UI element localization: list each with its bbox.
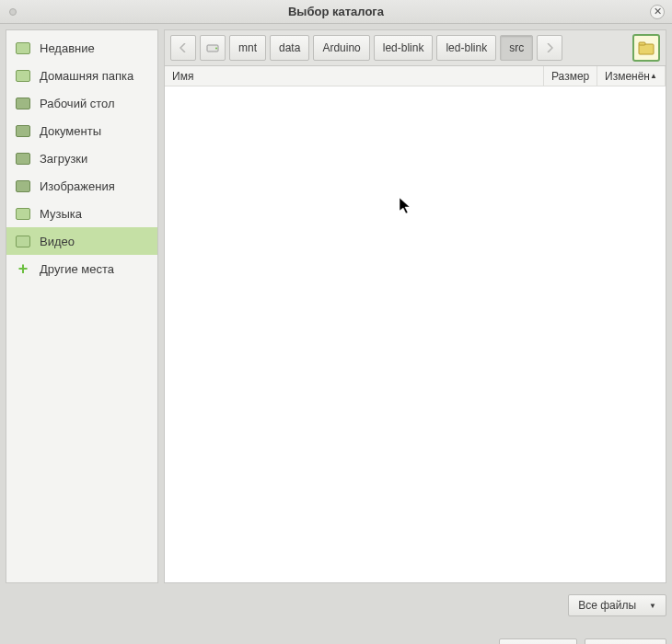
drive-root-button[interactable] (200, 35, 226, 61)
sidebar-item-label: Рабочий стол (40, 97, 115, 110)
sidebar-item-label: Видео (40, 235, 75, 248)
sidebar-item-home[interactable]: Домашняя папка (6, 62, 157, 89)
places-sidebar: Недавние Домашняя папка Рабочий стол Док… (6, 29, 158, 583)
file-type-filter[interactable]: Все файлы ▼ (568, 594, 666, 616)
file-list: Имя Размер Изменён ▲ (164, 66, 666, 583)
sidebar-item-pictures[interactable]: Изображения (6, 172, 157, 200)
column-label: Имя (172, 70, 193, 83)
folder-icon (16, 208, 30, 220)
chevron-left-icon (180, 43, 187, 52)
column-header-name[interactable]: Имя (165, 66, 544, 86)
desktop-icon (16, 98, 30, 109)
svg-rect-2 (639, 44, 654, 54)
sidebar-item-label: Другие места (40, 262, 114, 276)
sidebar-item-documents[interactable]: Документы (6, 117, 157, 144)
column-headers: Имя Размер Изменён ▲ (165, 66, 666, 86)
main-panel: mnt data Arduino led-blink led-blink src… (164, 29, 666, 583)
plus-icon: + (16, 261, 30, 276)
sidebar-item-downloads[interactable]: Загрузки (6, 144, 157, 172)
column-label: Размер (551, 70, 589, 83)
breadcrumb-segment-current[interactable]: src (500, 35, 533, 61)
sidebar-item-label: Загрузки (40, 152, 87, 166)
drive-icon (206, 42, 219, 53)
filter-label: Все файлы (578, 599, 636, 612)
dropdown-triangle-icon: ▼ (649, 602, 656, 610)
breadcrumb-segment[interactable]: data (270, 35, 309, 61)
mouse-cursor-icon (399, 197, 413, 220)
window-title: Выбор каталога (0, 5, 672, 18)
path-bar: mnt data Arduino led-blink led-blink src (164, 29, 666, 66)
folder-icon (16, 42, 30, 54)
file-list-body[interactable] (165, 86, 666, 582)
sidebar-item-label: Документы (40, 124, 101, 138)
column-header-modified[interactable]: Изменён ▲ (597, 66, 666, 86)
chevron-right-icon (546, 43, 553, 52)
nav-forward-button[interactable] (537, 35, 562, 61)
new-folder-button[interactable] (632, 34, 660, 62)
folder-icon (16, 236, 30, 247)
sidebar-item-other-places[interactable]: + Другие места (6, 255, 157, 282)
dialog-body: Недавние Домашняя папка Рабочий стол Док… (0, 24, 672, 589)
breadcrumb-segment[interactable]: mnt (229, 35, 266, 61)
new-folder-icon (638, 41, 655, 55)
breadcrumb-segment[interactable]: led-blink (374, 35, 434, 61)
folder-icon (16, 70, 30, 82)
sort-asc-icon: ▲ (650, 72, 657, 80)
sidebar-item-label: Музыка (40, 207, 82, 221)
column-header-size[interactable]: Размер (544, 66, 597, 86)
column-label: Изменён (605, 70, 650, 83)
breadcrumb-segment[interactable]: led-blink (436, 35, 496, 61)
sidebar-item-label: Недавние (40, 41, 95, 55)
sidebar-item-videos[interactable]: Видео (6, 227, 157, 255)
titlebar: Выбор каталога ✕ (0, 0, 672, 24)
pictures-icon (16, 180, 30, 192)
sidebar-item-desktop[interactable]: Рабочий стол (6, 89, 157, 117)
sidebar-item-music[interactable]: Музыка (6, 200, 157, 227)
sidebar-item-recent[interactable]: Недавние (6, 34, 157, 62)
nav-back-button[interactable] (170, 35, 196, 61)
svg-rect-3 (639, 42, 645, 45)
open-button[interactable]: Открыть (585, 638, 666, 644)
svg-point-1 (215, 48, 217, 50)
downloads-icon (16, 153, 30, 165)
documents-icon (16, 125, 30, 137)
sidebar-item-label: Изображения (40, 179, 115, 193)
footer-filter-row: Все файлы ▼ (0, 589, 672, 638)
sidebar-item-label: Домашняя папка (40, 69, 133, 83)
cancel-button[interactable]: Отмена (499, 638, 577, 644)
footer-buttons: Отмена Открыть (0, 638, 672, 644)
breadcrumb-segment[interactable]: Arduino (313, 35, 369, 61)
